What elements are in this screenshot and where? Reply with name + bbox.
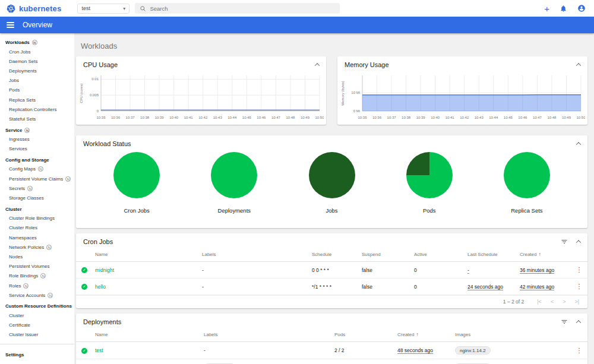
- svg-text:10:35: 10:35: [96, 116, 106, 119]
- sidebar-item-label: Certificate: [9, 322, 30, 328]
- row-menu-kebab-icon[interactable]: [576, 283, 583, 290]
- menu-hamburger-icon[interactable]: [7, 22, 14, 28]
- sidebar-item-cluster[interactable]: Cluster: [0, 311, 74, 320]
- labels-cell: -: [204, 347, 206, 353]
- sidebar-item-roles[interactable]: RolesN: [0, 281, 74, 290]
- row-menu-kebab-icon[interactable]: [576, 347, 583, 354]
- search-input[interactable]: [150, 5, 335, 12]
- svg-text:10:35: 10:35: [358, 116, 367, 119]
- sidebar-item-replication-controllers[interactable]: Replication Controllers: [0, 105, 74, 114]
- next-page-button[interactable]: [563, 299, 565, 305]
- sidebar-item-services[interactable]: Services: [0, 144, 74, 154]
- cron-job-name-link[interactable]: hello: [95, 284, 106, 290]
- svg-text:10:44: 10:44: [228, 116, 237, 119]
- filter-list-icon[interactable]: [561, 318, 568, 325]
- sidebar-section-service[interactable]: ServiceN: [0, 124, 74, 135]
- profile-button[interactable]: [577, 4, 586, 12]
- svg-text:10:38: 10:38: [140, 116, 150, 119]
- sidebar-item-daemon-sets[interactable]: Daemon Sets: [0, 56, 74, 66]
- sidebar-item-secrets[interactable]: SecretsN: [0, 183, 74, 193]
- sidebar-item-cluster-role-bindings[interactable]: Cluster Role Bindings: [0, 214, 74, 223]
- sidebar-item-cron-jobs[interactable]: Cron Jobs: [0, 47, 74, 56]
- status-ok-icon: [81, 348, 87, 354]
- sidebar-item-namespaces[interactable]: Namespaces: [0, 233, 74, 242]
- sidebar-item-storage-classes[interactable]: Storage Classes: [0, 193, 74, 202]
- column-header-images: Images: [453, 328, 571, 342]
- workload-status-replica-sets: Replica Sets: [478, 152, 576, 214]
- namespace-selector[interactable]: test: [77, 4, 129, 14]
- pie-chart-label: Deployments: [218, 207, 251, 214]
- sidebar-item-certificate[interactable]: Certificate: [0, 321, 74, 330]
- previous-page-button[interactable]: [551, 299, 554, 305]
- add-resource-button[interactable]: [544, 4, 549, 13]
- sidebar-section-custom-resource-definitions[interactable]: Custom Resource Definitions: [0, 300, 74, 311]
- sidebar-item-settings[interactable]: Settings: [0, 349, 74, 359]
- sidebar-item-deployments[interactable]: Deployments: [0, 66, 74, 75]
- card-title: Workload Status: [83, 140, 131, 147]
- sidebar-section-workloads[interactable]: WorkloadsN: [0, 36, 74, 47]
- sidebar-item-stateful-sets[interactable]: Stateful Sets: [0, 114, 74, 124]
- sidebar-item-role-bindings[interactable]: Role BindingsN: [0, 271, 74, 281]
- sidebar-nav: WorkloadsNCron JobsDaemon SetsDeployment…: [0, 33, 74, 364]
- sidebar-item-cluster-issuer[interactable]: Cluster Issuer: [0, 330, 74, 340]
- status-ok-icon: [81, 284, 87, 290]
- sidebar-item-label: Storage Classes: [9, 195, 44, 201]
- svg-text:10:50: 10:50: [315, 116, 324, 119]
- svg-text:Memory (bytes): Memory (bytes): [341, 81, 345, 106]
- main-content: Workloads CPU Usage 10:3510:3610:3710:38…: [74, 33, 594, 364]
- sidebar-item-persistent-volume-claims[interactable]: Persistent Volume ClaimsN: [0, 174, 74, 183]
- deployment-row[interactable]: test-2 / 248 seconds agonginx:1.14.2: [76, 342, 587, 359]
- sidebar-section-cluster[interactable]: Cluster: [0, 203, 74, 214]
- collapse-chevron-up-icon[interactable]: [576, 240, 581, 245]
- svg-text:CPU (cores): CPU (cores): [80, 83, 83, 103]
- created-cell: 42 minutes ago: [520, 284, 554, 290]
- cron-job-row[interactable]: midnight-0 0 * * *false0-36 minutes ago: [76, 262, 587, 278]
- sidebar-item-replica-sets[interactable]: Replica Sets: [0, 95, 74, 105]
- pagination-range: 1 – 2 of 2: [503, 299, 524, 305]
- deployment-row[interactable]: nginx-deploymentapp: nginx3 / 342 minute…: [76, 359, 587, 364]
- svg-text:10:47: 10:47: [271, 116, 281, 119]
- column-header-label: Labels: [204, 332, 218, 337]
- column-header-created[interactable]: Created: [517, 248, 571, 262]
- last-schedule-cell: -: [467, 267, 469, 273]
- filter-list-icon[interactable]: [561, 238, 568, 245]
- sidebar-item-pods[interactable]: Pods: [0, 86, 74, 95]
- sidebar-item-nodes[interactable]: Nodes: [0, 252, 74, 261]
- svg-text:10:38: 10:38: [402, 116, 411, 119]
- first-page-button[interactable]: [537, 299, 542, 305]
- row-menu-kebab-icon[interactable]: [576, 266, 583, 273]
- cpu-usage-card: CPU Usage 10:3510:3610:3710:3810:3910:40…: [76, 56, 326, 125]
- collapse-chevron-up-icon[interactable]: [576, 63, 581, 68]
- sidebar-item-label: Jobs: [9, 78, 19, 83]
- cron-job-row[interactable]: hello-*/1 * * * *false024 seconds ago42 …: [76, 278, 587, 295]
- collapse-chevron-up-icon[interactable]: [576, 142, 581, 147]
- sidebar-section-label: Config and Storage: [5, 157, 49, 163]
- sidebar-item-config-maps[interactable]: Config MapsN: [0, 164, 74, 174]
- sidebar-item-network-policies[interactable]: Network PoliciesN: [0, 242, 74, 252]
- sidebar-item-persistent-volumes[interactable]: Persistent Volumes: [0, 262, 74, 271]
- sidebar-item-jobs[interactable]: Jobs: [0, 76, 74, 86]
- sidebar-item-ingresses[interactable]: Ingresses: [0, 135, 74, 144]
- deployment-name-link[interactable]: test: [95, 347, 103, 353]
- sidebar-item-service-accounts[interactable]: Service AccountsN: [0, 290, 74, 300]
- column-header-name[interactable]: Name: [93, 248, 200, 262]
- sidebar-section-config-and-storage[interactable]: Config and Storage: [0, 154, 74, 164]
- collapse-chevron-up-icon[interactable]: [315, 63, 320, 68]
- column-header-labels: Labels: [200, 248, 309, 262]
- deployments-card: Deployments NameLabelsPodsCreatedImagest…: [76, 314, 587, 364]
- collapse-chevron-up-icon[interactable]: [576, 320, 581, 325]
- column-header-created[interactable]: Created: [395, 328, 453, 342]
- sidebar-item-about[interactable]: About: [0, 359, 74, 364]
- notifications-button[interactable]: [560, 5, 567, 12]
- search-bar[interactable]: [135, 3, 340, 14]
- pie-chart-label: Jobs: [326, 207, 337, 214]
- kubernetes-brand[interactable]: kubernetes: [6, 4, 61, 14]
- sidebar-item-label: Services: [9, 146, 27, 151]
- column-header-name[interactable]: Name: [93, 328, 201, 342]
- sidebar-item-label: Replication Controllers: [9, 107, 56, 112]
- last-page-button[interactable]: [574, 299, 579, 305]
- sidebar-item-cluster-roles[interactable]: Cluster Roles: [0, 223, 74, 233]
- suspend-cell: false: [362, 267, 372, 273]
- cron-job-name-link[interactable]: midnight: [95, 267, 114, 273]
- card-title: Cron Jobs: [83, 238, 113, 245]
